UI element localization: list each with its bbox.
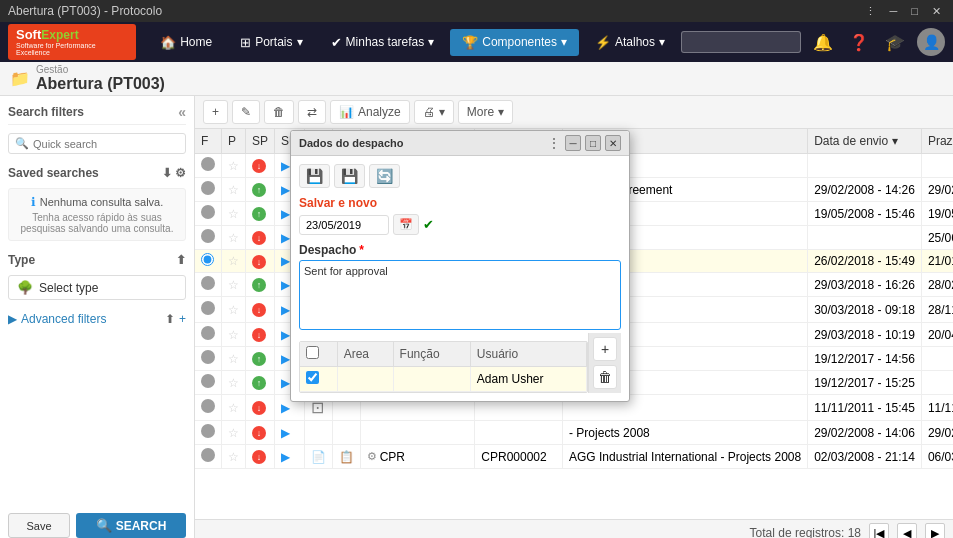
- saved-search-settings-icon[interactable]: ⚙: [175, 166, 186, 180]
- status-f: [201, 301, 215, 315]
- edit-button[interactable]: ✎: [232, 100, 260, 124]
- print-button[interactable]: 🖨 ▾: [414, 100, 454, 124]
- more-btn[interactable]: ⋮: [861, 5, 880, 18]
- sidebar-collapse-btn[interactable]: «: [178, 104, 186, 120]
- favorite-icon[interactable]: ☆: [228, 352, 239, 366]
- add-row-btn[interactable]: +: [593, 337, 617, 361]
- trophy-icon: 🏆: [462, 35, 478, 50]
- logo-sub: Software for Performance Excellence: [16, 42, 128, 56]
- col-f: F: [195, 129, 222, 154]
- status-f: [201, 374, 215, 388]
- favorite-icon[interactable]: ☆: [228, 376, 239, 390]
- nav-portais[interactable]: ⊞ Portais ▾: [228, 29, 314, 56]
- search-button[interactable]: 🔍 SEARCH: [76, 513, 186, 538]
- advanced-filter-upload-icon[interactable]: ⬆: [165, 312, 175, 326]
- dialog-save-close-btn[interactable]: 💾: [334, 164, 365, 188]
- edit-icon: ✎: [241, 105, 251, 119]
- favorite-icon[interactable]: ☆: [228, 450, 239, 464]
- row-checkbox[interactable]: [306, 371, 319, 384]
- favorite-icon[interactable]: ☆: [228, 328, 239, 342]
- favorite-icon[interactable]: ☆: [228, 231, 239, 245]
- tree-icon: 🌳: [17, 280, 33, 295]
- dialog-date-input[interactable]: [299, 215, 389, 235]
- save-button[interactable]: Save: [8, 513, 70, 538]
- bell-icon[interactable]: 🔔: [809, 33, 837, 52]
- favorite-icon[interactable]: ☆: [228, 159, 239, 173]
- arrow-icon: ▶: [281, 254, 290, 268]
- dialog-close-btn[interactable]: ✕: [605, 135, 621, 151]
- next-page-btn[interactable]: ▶: [925, 523, 945, 538]
- transfer-button[interactable]: ⇄: [298, 100, 326, 124]
- advanced-filter-add-icon[interactable]: +: [179, 312, 186, 326]
- nav-componentes[interactable]: 🏆 Componentes ▾: [450, 29, 579, 56]
- sidebar-header: Search filters «: [8, 104, 186, 125]
- required-star: *: [359, 243, 364, 257]
- advanced-filters-toggle[interactable]: ▶ Advanced filters ⬆ +: [8, 312, 186, 326]
- select-all-checkbox[interactable]: [306, 346, 319, 359]
- nav-home[interactable]: 🏠 Home: [148, 29, 224, 56]
- arrow-icon: ▶: [281, 401, 290, 415]
- gear-icon: ⚙: [367, 450, 377, 463]
- nav-minhas-tarefas[interactable]: ✔ Minhas tarefas ▾: [319, 29, 447, 56]
- doc-icon-green: 📄: [311, 450, 326, 464]
- dialog-save-btn[interactable]: 💾: [299, 164, 330, 188]
- add-button[interactable]: +: [203, 100, 228, 124]
- dialog-toolbar: 💾 💾 🔄: [299, 164, 621, 188]
- logo: SoftExpert Software for Performance Exce…: [8, 24, 136, 60]
- sidebar-search-box: 🔍: [8, 133, 186, 154]
- prev-page-btn[interactable]: ◀: [897, 523, 917, 538]
- close-btn[interactable]: ✕: [928, 5, 945, 18]
- dispatch-dialog: Dados do despacho ⋮ ─ □ ✕ 💾 💾 🔄 Salvar e…: [290, 130, 630, 402]
- saved-search-empty-box: ℹ Nenhuma consulta salva. Tenha acesso r…: [8, 188, 186, 241]
- logo-text: SoftExpert: [16, 27, 79, 42]
- flash-icon: ⚡: [595, 35, 611, 50]
- delete-button[interactable]: 🗑: [264, 100, 294, 124]
- type-upload-icon[interactable]: ⬆: [176, 253, 186, 267]
- despacho-textarea[interactable]: Sent for approval: [299, 260, 621, 330]
- favorite-icon[interactable]: ☆: [228, 183, 239, 197]
- analyze-button[interactable]: 📊 Analyze: [330, 100, 410, 124]
- dialog-maximize-btn[interactable]: □: [585, 135, 601, 151]
- nav-atalhos[interactable]: ⚡ Atalhos ▾: [583, 29, 677, 56]
- saved-search-add-icon[interactable]: ⬇: [162, 166, 172, 180]
- dialog-section-title: Salvar e novo: [299, 196, 621, 210]
- col-prazo-proto[interactable]: Prazo do protocolo ▾: [921, 129, 953, 154]
- quick-search-input[interactable]: [33, 138, 179, 150]
- dialog-more-icon: ⋮: [547, 135, 561, 151]
- user-avatar[interactable]: 👤: [917, 28, 945, 56]
- favorite-icon[interactable]: ☆: [228, 426, 239, 440]
- select-type-button[interactable]: 🌳 Select type: [8, 275, 186, 300]
- favorite-icon[interactable]: ☆: [228, 401, 239, 415]
- favorite-icon[interactable]: ☆: [228, 207, 239, 221]
- favorite-icon[interactable]: ☆: [228, 303, 239, 317]
- date-check-icon: ✔: [423, 217, 434, 232]
- first-page-btn[interactable]: |◀: [869, 523, 889, 538]
- dialog-refresh-btn[interactable]: 🔄: [369, 164, 400, 188]
- delete-row-btn[interactable]: 🗑: [593, 365, 617, 389]
- dialog-minimize-btn[interactable]: ─: [565, 135, 581, 151]
- favorite-icon[interactable]: ☆: [228, 254, 239, 268]
- portais-chevron: ▾: [297, 35, 303, 49]
- arrow-right-icon: ▶: [281, 159, 290, 173]
- minimize-btn[interactable]: ─: [886, 5, 902, 18]
- radio-select[interactable]: [201, 253, 214, 266]
- maximize-btn[interactable]: □: [907, 5, 922, 18]
- table-row[interactable]: ☆ ↓ ▶ - Projects 2008 29/02/2008 - 14:06…: [195, 421, 953, 445]
- status-sp: ↑: [252, 183, 266, 197]
- graduation-icon[interactable]: 🎓: [881, 33, 909, 52]
- table-row[interactable]: Adam Usher: [300, 367, 587, 392]
- more-button[interactable]: More ▾: [458, 100, 513, 124]
- arrow-icon: ▶: [281, 426, 290, 440]
- sidebar-actions: Save 🔍 SEARCH: [8, 513, 186, 538]
- table-row[interactable]: ☆ ↓ ▶ 📄 📋 ⚙CPR CPR000002 AGG Industrial …: [195, 445, 953, 469]
- topnav: SoftExpert Software for Performance Exce…: [0, 22, 953, 62]
- nav-search-input[interactable]: [681, 31, 801, 53]
- favorite-icon[interactable]: ☆: [228, 278, 239, 292]
- page-title: Abertura (PT003): [36, 75, 165, 93]
- col-data[interactable]: Data de envio ▾: [808, 129, 922, 154]
- help-icon[interactable]: ❓: [845, 33, 873, 52]
- calendar-btn[interactable]: 📅: [393, 214, 419, 235]
- dialog-inner-table-wrap: Area Função Usuário Adam: [299, 333, 588, 393]
- dialog-table-container: Area Função Usuário Adam: [299, 341, 588, 393]
- status-sp: ↓: [252, 159, 266, 173]
